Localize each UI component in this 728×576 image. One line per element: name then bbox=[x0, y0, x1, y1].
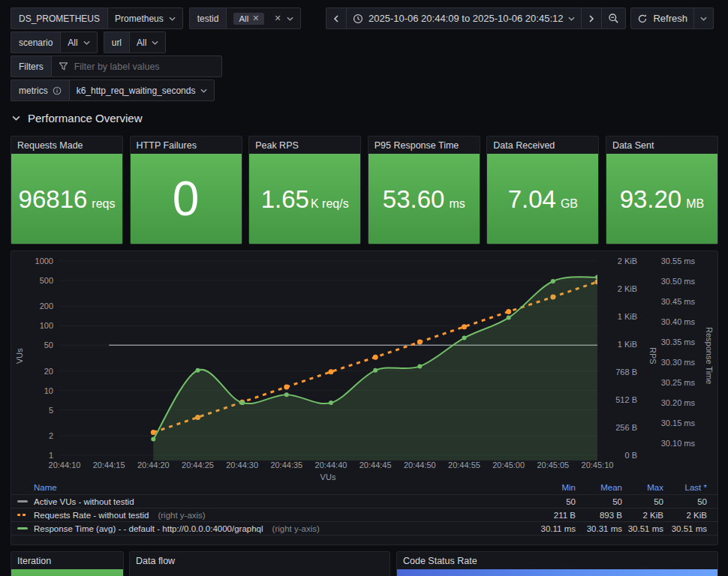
stat-number: 96816 bbox=[19, 187, 88, 212]
legend-min: 50 bbox=[523, 497, 576, 506]
time-range-text: 2025-10-06 20:44:09 to 2025-10-06 20:45:… bbox=[369, 13, 564, 24]
stat-body: 1.65 K req/s bbox=[249, 154, 360, 244]
stat-value: 93.20 MB bbox=[620, 187, 705, 212]
panel-title[interactable]: Code Status Rate bbox=[397, 552, 717, 569]
panel-title[interactable]: Data Received bbox=[487, 136, 598, 154]
series-swatch bbox=[17, 500, 28, 502]
url-variable: url All bbox=[104, 32, 167, 53]
panel-title[interactable]: Data flow bbox=[130, 552, 390, 569]
axis-tick-label: 100 bbox=[11, 321, 53, 330]
filters-label: Filters bbox=[11, 56, 51, 77]
data-flow-body bbox=[130, 569, 390, 576]
time-range-picker[interactable]: 2025-10-06 20:44:09 to 2025-10-06 20:45:… bbox=[346, 8, 582, 28]
scenario-select[interactable]: All bbox=[60, 32, 97, 53]
clear-all-icon[interactable]: ✕ bbox=[274, 14, 281, 22]
series-axis-note: (right y-axis) bbox=[158, 511, 205, 520]
series-name: Active VUs - without testid bbox=[34, 497, 134, 506]
stat-body: 53.60 ms bbox=[369, 154, 480, 244]
testid-pill-value: All bbox=[239, 14, 248, 23]
axis-tick-label: 1000 bbox=[11, 256, 53, 266]
legend-row-requests-rate: Requests Rate - without testid (right y-… bbox=[11, 508, 717, 521]
legend-max: 50 bbox=[622, 497, 663, 506]
chart-plot-area[interactable] bbox=[59, 253, 597, 460]
y-axis-rps-ticks: 2 KiB2 KiB1 KiB1 KiB768 B512 B256 B0 B bbox=[604, 251, 637, 461]
metrics-select[interactable]: k6_http_req_waiting_seconds bbox=[69, 80, 215, 101]
legend-mean: 50 bbox=[576, 497, 622, 506]
legend-mean: 893 B bbox=[576, 511, 622, 520]
refresh-interval-dropdown[interactable] bbox=[693, 8, 713, 28]
bottom-row: Iteration Data flow Code Status Rate bbox=[0, 551, 728, 576]
legend-series-toggle[interactable]: Response Time (avg) - - default - http:/… bbox=[11, 524, 523, 533]
axis-tick-label: 20 bbox=[11, 367, 53, 376]
adhoc-filters: Filters Filter by label values bbox=[11, 56, 222, 77]
stat-value: 53.60 ms bbox=[383, 187, 465, 212]
panel-title[interactable]: HTTP Failures bbox=[131, 136, 242, 154]
stat-body: 93.20 MB bbox=[606, 154, 717, 244]
axis-tick-label: 256 B bbox=[604, 423, 637, 432]
row-performance-overview[interactable]: Performance Overview bbox=[12, 112, 143, 124]
legend-header-last[interactable]: Last * bbox=[663, 483, 707, 492]
time-forward-button[interactable] bbox=[581, 8, 601, 28]
chevron-down-icon bbox=[700, 16, 707, 21]
stat-number: 1.65 bbox=[261, 187, 309, 212]
series-name: Requests Rate - without testid bbox=[34, 511, 149, 520]
axis-tick-label: 50 bbox=[11, 340, 53, 350]
y-axis-title-response-time: Response Time bbox=[704, 253, 714, 459]
datasource-select[interactable]: Prometheus bbox=[107, 8, 183, 29]
panel-title[interactable]: Iteration bbox=[11, 552, 123, 569]
stat-unit: MB bbox=[686, 197, 704, 211]
metrics-variable: metrics k6_http_req_waiting_seconds bbox=[11, 80, 215, 101]
variables-row-2: scenario All url All bbox=[11, 32, 166, 53]
zoom-out-button[interactable] bbox=[601, 8, 625, 28]
collapse-chevron-icon bbox=[12, 116, 20, 121]
remove-value-icon[interactable]: ✕ bbox=[252, 14, 259, 22]
metrics-label: metrics bbox=[11, 80, 69, 101]
legend-row-active-vus: Active VUs - without testid 50 50 50 50 bbox=[11, 494, 717, 508]
stat-number: 53.60 bbox=[383, 187, 445, 212]
stat-value: 7.04 GB bbox=[508, 187, 578, 212]
testid-variable: testid All ✕ ✕ bbox=[189, 8, 301, 29]
stat-panel-data-received: Data Received 7.04 GB bbox=[486, 136, 599, 244]
panel-title[interactable]: P95 Response Time bbox=[369, 136, 480, 154]
datasource-variable: DS_PROMETHEUS Prometheus bbox=[11, 8, 183, 29]
chevron-down-icon bbox=[83, 40, 90, 45]
stat-number: 0 bbox=[173, 175, 200, 223]
grafana-dashboard: DS_PROMETHEUS Prometheus testid All ✕ ✕ bbox=[0, 0, 728, 576]
code-status-rate-panel: Code Status Rate bbox=[396, 551, 718, 576]
clock-icon bbox=[353, 14, 363, 24]
chevron-right-icon bbox=[588, 15, 595, 22]
testid-select[interactable]: All ✕ ✕ bbox=[226, 8, 300, 29]
axis-tick-label: 2 KiB bbox=[604, 284, 637, 293]
panel-title[interactable]: Data Sent bbox=[606, 136, 717, 154]
stat-unit: ms bbox=[449, 197, 465, 211]
panel-title[interactable]: Peak RPS bbox=[249, 136, 360, 154]
legend-row-response-time: Response Time (avg) - - default - http:/… bbox=[11, 521, 717, 535]
axis-tick-label: 200 bbox=[11, 302, 53, 310]
legend-series-toggle[interactable]: Requests Rate - without testid (right y-… bbox=[11, 511, 523, 520]
legend-last: 50 bbox=[663, 497, 707, 506]
chart-legend: Name Min Mean Max Last * Active VUs - wi… bbox=[11, 481, 717, 536]
time-back-button[interactable] bbox=[326, 8, 346, 28]
url-select[interactable]: All bbox=[129, 32, 166, 53]
axis-tick-label: 1 KiB bbox=[604, 340, 637, 349]
axis-tick-label: 1 KiB bbox=[604, 312, 637, 321]
stat-value: 96816 reqs bbox=[19, 187, 116, 212]
url-value: All bbox=[137, 38, 146, 48]
chevron-down-icon bbox=[152, 40, 158, 45]
legend-series-toggle[interactable]: Active VUs - without testid bbox=[11, 497, 523, 506]
stat-body: 96816 reqs bbox=[11, 154, 122, 244]
axis-tick-label: 2 KiB bbox=[604, 256, 637, 266]
chevron-down-icon bbox=[169, 16, 176, 21]
section-title: Performance Overview bbox=[28, 112, 143, 124]
filters-input[interactable]: Filter by label values bbox=[51, 56, 222, 77]
legend-header-name[interactable]: Name bbox=[11, 483, 523, 492]
panel-title[interactable]: Requests Made bbox=[11, 136, 122, 154]
legend-header-max[interactable]: Max bbox=[622, 483, 663, 492]
legend-header-min[interactable]: Min bbox=[523, 483, 576, 492]
legend-header-mean[interactable]: Mean bbox=[576, 483, 622, 492]
legend-header: Name Min Mean Max Last * bbox=[11, 481, 717, 494]
scenario-variable: scenario All bbox=[11, 32, 98, 53]
refresh-button[interactable]: Refresh bbox=[631, 8, 693, 28]
testid-pill[interactable]: All ✕ bbox=[233, 13, 264, 25]
stat-panel-peak-rps: Peak RPS 1.65 K req/s bbox=[248, 136, 361, 244]
